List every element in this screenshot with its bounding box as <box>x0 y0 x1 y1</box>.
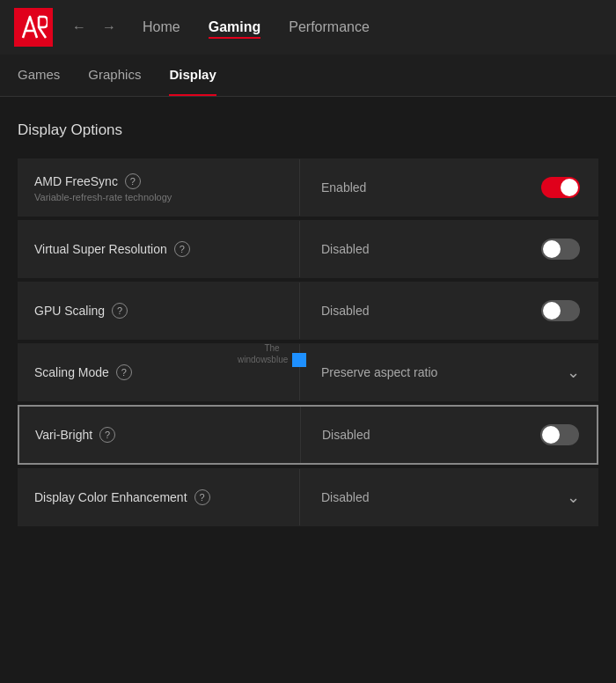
vsr-label-area: Virtual Super Resolution ? <box>18 221 300 277</box>
setting-freesync: AMD FreeSync ? Variable-refresh-rate tec… <box>18 158 598 217</box>
vsr-name: Virtual Super Resolution ? <box>34 241 283 257</box>
gpu-scaling-help-icon[interactable]: ? <box>112 303 128 319</box>
top-nav: Home Gaming Performance <box>143 16 370 39</box>
scaling-mode-dropdown-icon[interactable]: ⌄ <box>567 363 580 382</box>
freesync-toggle-track <box>541 177 580 198</box>
vari-bright-label-area: Vari-Bright ? <box>19 407 301 463</box>
nav-performance[interactable]: Performance <box>289 16 370 39</box>
freesync-label-area: AMD FreeSync ? Variable-refresh-rate tec… <box>18 159 300 216</box>
nav-home[interactable]: Home <box>143 16 180 39</box>
scaling-mode-value-area: Preserve aspect ratio ⌄ <box>300 344 598 400</box>
vsr-help-icon[interactable]: ? <box>174 241 190 257</box>
display-color-label-area: Display Color Enhancement ? <box>18 469 300 525</box>
gpu-scaling-toggle[interactable] <box>541 300 580 321</box>
setting-scaling-mode: Scaling Mode ? Preserve aspect ratio ⌄ <box>18 343 598 401</box>
freesync-value: Enabled <box>321 180 366 195</box>
gpu-scaling-toggle-track <box>541 300 580 321</box>
vsr-toggle[interactable] <box>541 239 580 260</box>
vsr-toggle-thumb <box>543 240 561 258</box>
amd-logo <box>14 8 53 47</box>
setting-display-color: Display Color Enhancement ? Disabled ⌄ <box>18 468 598 526</box>
back-button[interactable]: ← <box>67 16 92 39</box>
section-title: Display Options <box>18 121 598 139</box>
freesync-name: AMD FreeSync ? <box>34 173 283 189</box>
forward-button[interactable]: → <box>97 16 121 39</box>
freesync-toggle[interactable] <box>541 177 580 198</box>
nav-gaming[interactable]: Gaming <box>209 16 261 39</box>
vsr-value-area: Disabled <box>300 221 598 277</box>
scaling-mode-name: Scaling Mode ? <box>34 364 283 380</box>
vari-bright-toggle-track <box>540 424 579 445</box>
tab-games[interactable]: Games <box>18 55 60 96</box>
setting-vsr: Virtual Super Resolution ? Disabled <box>18 220 598 278</box>
scaling-mode-value: Preserve aspect ratio <box>321 365 437 379</box>
vari-bright-value-area: Disabled <box>301 407 597 463</box>
vari-bright-help-icon[interactable]: ? <box>99 427 115 443</box>
freesync-help-icon[interactable]: ? <box>125 173 141 189</box>
freesync-subtext: Variable-refresh-rate technology <box>34 192 283 202</box>
settings-list: AMD FreeSync ? Variable-refresh-rate tec… <box>18 158 598 526</box>
gpu-scaling-label-area: GPU Scaling ? <box>18 283 300 339</box>
vari-bright-value: Disabled <box>322 428 370 442</box>
gpu-scaling-value: Disabled <box>321 304 369 318</box>
scaling-mode-help-icon[interactable]: ? <box>116 364 132 380</box>
vari-bright-toggle[interactable] <box>540 424 579 445</box>
gpu-scaling-toggle-thumb <box>543 302 561 319</box>
display-color-value: Disabled <box>321 490 369 504</box>
vsr-value: Disabled <box>321 242 369 256</box>
display-color-dropdown-icon[interactable]: ⌄ <box>567 488 580 507</box>
top-bar: ← → Home Gaming Performance <box>0 0 616 55</box>
vari-bright-toggle-thumb <box>542 426 560 444</box>
gpu-scaling-name: GPU Scaling ? <box>34 303 283 319</box>
vsr-toggle-track <box>541 239 580 260</box>
display-color-name: Display Color Enhancement ? <box>34 489 283 505</box>
vari-bright-name: Vari-Bright ? <box>35 427 284 443</box>
gpu-scaling-value-area: Disabled <box>300 283 598 339</box>
nav-arrows: ← → <box>67 16 121 39</box>
main-content: Display Options AMD FreeSync ? Variable-… <box>0 97 616 544</box>
freesync-toggle-thumb <box>561 179 578 196</box>
setting-vari-bright: Vari-Bright ? Disabled <box>18 405 598 465</box>
display-color-value-area: Disabled ⌄ <box>300 469 598 525</box>
setting-gpu-scaling: GPU Scaling ? Disabled <box>18 282 598 340</box>
freesync-value-area: Enabled <box>300 159 598 216</box>
scaling-mode-label-area: Scaling Mode ? <box>18 344 300 400</box>
tab-display[interactable]: Display <box>169 55 216 96</box>
sub-nav: Games Graphics Display <box>0 55 616 97</box>
display-color-help-icon[interactable]: ? <box>194 489 210 505</box>
tab-graphics[interactable]: Graphics <box>88 55 141 96</box>
